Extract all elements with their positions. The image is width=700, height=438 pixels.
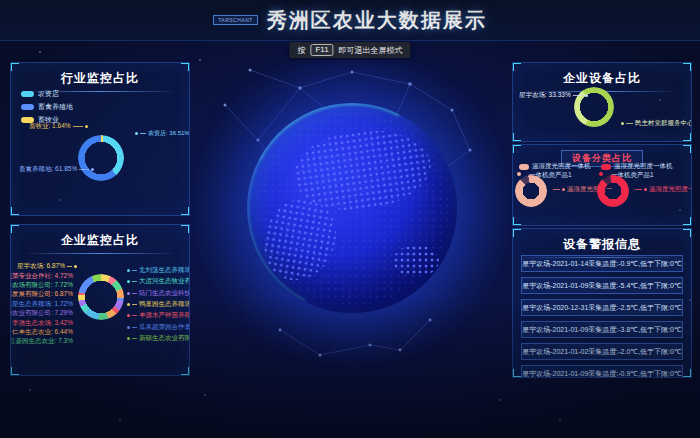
panel-title: 行业监控占比 [11,70,189,87]
enterprise-labels-right: 北刘荡生态养殖场: 11.16% 大运河生态牧业有限责任公 陆门生态农业科技有限… [127,265,190,344]
alarm-list: 星宇农场-2021-01-14采集温度:-0.9℃,低于下限:0℃ 星宇农场-2… [513,255,691,378]
chart-label: 蔬菜专业合作社: 4.72% [13,271,77,280]
toast-suffix: 即可退出全屏模式 [339,45,403,56]
donut-accent-dot [599,172,603,176]
alarm-row[interactable]: 星宇农场-2020-12-31采集温度:-2.5℃,低于下限:0℃ [521,299,683,316]
chart-label: 畜牧业: 1.64% [29,122,88,131]
panel-title: 企业设备占比 [513,70,691,87]
chart-label: 李强生态农场: 3.42% [13,318,77,327]
legend-label: 农资店 [38,89,59,99]
chart-label: 新硕生态农业有限公司: 6.879 [127,333,190,344]
donut-accent-dot [517,172,521,176]
chart-label: 瓜果蔬菜园合作基地: 15.02% [127,321,190,332]
globe-rim-highlight [247,103,457,313]
device-alarm-panel: 设备警报信息 星宇农场-2021-01-14采集温度:-0.9℃,低于下限:0℃… [512,228,692,378]
dashboard-stage: TARSCHANT 秀洲区农业大数据展示 按 F11 即可退出全屏模式 行业监控… [0,0,700,438]
chart-label: 中绿农业有限公司: 7.29% [13,309,77,318]
classify-donut-right[interactable] [597,175,629,207]
chart-label: 七星生态养殖场: 1.72% [13,300,77,309]
f11-keycap: F11 [310,44,333,56]
fullscreen-toast: 按 F11 即可退出全屏模式 [289,42,410,58]
chart-label: 大运河生态牧业有限责任公 [127,276,190,287]
device-share-panel: 企业设备占比 星宇农场: 33.33% 民主村党群服务中心: [512,62,692,142]
panel-title: 企业监控占比 [11,232,189,249]
alarm-row[interactable]: 星宇农场-2021-01-09采集温度:-3.8℃,低于下限:0℃ [521,321,683,338]
enterprise-labels-left: 星宇农场: 6.87% 蔬菜专业合作社: 4.72% 家缘农场有限公司: 7.7… [13,262,77,347]
globe-continent [290,122,436,218]
alarm-row[interactable]: 星宇农场-2021-01-14采集温度:-0.9℃,低于下限:0℃ [521,255,683,272]
legend-swatch [21,91,34,97]
chart-label: 红菱园生态农业: 7.3% [13,337,77,346]
toast-prefix: 按 [297,45,305,56]
legend-item[interactable]: 农资店 [21,89,73,99]
legend-item[interactable]: 温湿度光照度一体机 [519,162,591,171]
globe [247,103,457,313]
industry-monitor-panel: 行业监控占比 农资店 畜禽养殖地 畜牧业 畜牧业 [10,62,190,216]
classify-donut-left[interactable] [515,175,547,207]
panel-title: 设备警报信息 [513,236,691,253]
enterprise-donut-chart[interactable] [78,274,124,320]
legend-label: 温湿度光照度一体机 [532,162,591,171]
legend-item[interactable]: 畜禽养殖地 [21,102,73,112]
chart-label: 民主村党群服务中心: [621,119,692,128]
chart-label: 农资店: 36.51% [135,129,190,138]
header-bar: TARSCHANT 秀洲区农业大数据展示 [0,0,700,41]
chart-label: 陆门生态农业科技有限公 [127,288,190,299]
legend-swatch [601,164,611,170]
device-classify-panel: 设备分类占比 温湿度光照度一体机 一体机类产品1 温湿度光照度一 温湿度光照度一… [512,144,692,226]
alarm-row[interactable]: 星宇农场-2021-01-09采集温度:-0.9℃,低于下限:0℃ [521,365,683,378]
alarm-row[interactable]: 星宇农场-2021-01-09采集温度:-5.4℃,低于下限:0℃ [521,277,683,294]
chart-label: 丰源水产种苗养殖场: 1. [127,310,190,321]
chart-label: 温湿度光照度一 [635,185,692,194]
logo-badge: TARSCHANT [213,15,258,25]
enterprise-monitor-panel: 企业监控占比 星宇农场: 6.87% 蔬菜专业合作社: 4.72% 家缘农场有限 [10,224,190,376]
legend-item[interactable]: 温湿度光照度一体机 [601,162,673,171]
legend-label: 畜禽养殖地 [38,102,73,112]
chart-label: 家缘农场有限公司: 7.72% [13,281,77,290]
legend-swatch [519,164,529,170]
legend-label: 温湿度光照度一体机 [614,162,673,171]
industry-donut-chart[interactable] [78,135,124,181]
chart-label: 仁丰生态农业: 6.44% [13,328,77,337]
page-title: 秀洲区农业大数据展示 [267,7,487,34]
alarm-row[interactable]: 星宇农场-2021-01-02采集温度:-2.0℃,低于下限:0℃ [521,343,683,360]
chart-label: 鸭基园生态养殖场: 4.29 [127,299,190,310]
chart-label: 星宇农场: 33.33% [519,91,588,100]
chart-label: 畜禽养殖地: 61.85% [19,165,94,174]
chart-label: 国兴发展有限公司: 6.87% [13,290,77,299]
chart-label: 星宇农场: 6.87% [13,262,77,271]
legend-swatch [21,104,34,110]
chart-label: 北刘荡生态养殖场: 11.16% [127,265,190,276]
